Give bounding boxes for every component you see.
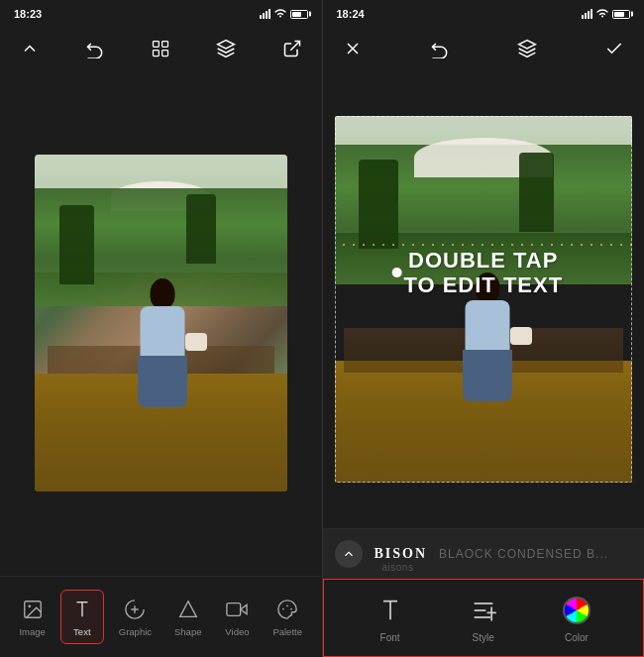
video-icon	[224, 597, 250, 622]
text-tool-font[interactable]: Font	[374, 594, 407, 643]
format-icon[interactable]	[147, 35, 174, 62]
selected-font-name[interactable]: BISON	[375, 546, 428, 562]
battery-icon-right	[612, 10, 630, 19]
tool-shape-label: Shape	[174, 626, 201, 637]
tool-shape[interactable]: Shape	[166, 591, 209, 643]
svg-point-13	[286, 604, 288, 606]
svg-rect-3	[154, 51, 160, 56]
font-icon	[374, 594, 407, 627]
wifi-icon-right	[596, 9, 608, 20]
toolbar-left	[0, 28, 322, 69]
photo-container-right: DOUBLE TAP TO EDIT TEXT	[335, 116, 632, 483]
tool-palette[interactable]: Palette	[265, 591, 310, 643]
color-wheel	[563, 597, 590, 624]
close-icon[interactable]	[339, 35, 367, 62]
style-tool-label: Style	[473, 632, 494, 643]
svg-line-5	[290, 42, 299, 51]
text-tools-row: Font Style Color	[323, 579, 645, 657]
right-panel: 18:24	[323, 0, 645, 657]
signal-bars-left	[260, 9, 270, 19]
text-overlay[interactable]: DOUBLE TAP TO EDIT TEXT	[403, 248, 563, 298]
other-font-name[interactable]: BLAOCK CONDENSED B...	[439, 547, 608, 561]
left-panel: 18:23	[0, 0, 322, 657]
text-line2: TO EDIT TEXT	[403, 273, 563, 297]
font-tool-label: Font	[380, 632, 400, 643]
svg-rect-0	[154, 42, 160, 48]
tool-image[interactable]: Image	[11, 591, 53, 643]
svg-marker-10	[241, 604, 247, 613]
bottom-panel-right: BISON BLAOCK CONDENSED B... aisons Font	[323, 528, 645, 657]
chevron-down-icon[interactable]	[16, 35, 44, 62]
svg-rect-11	[227, 603, 241, 616]
toolbar-right	[323, 28, 645, 69]
export-icon[interactable]	[278, 35, 306, 62]
tool-graphic[interactable]: Graphic	[111, 591, 160, 643]
check-icon[interactable]	[600, 35, 628, 62]
canvas-area-right: DOUBLE TAP TO EDIT TEXT	[323, 69, 645, 528]
svg-rect-2	[162, 51, 168, 56]
status-bar-right: 18:24	[323, 0, 645, 28]
undo-icon-left[interactable]	[81, 35, 109, 62]
bottom-toolbar-left: Image Text Graphic Shape Video	[0, 576, 322, 657]
tool-text[interactable]: Text	[60, 590, 104, 644]
svg-point-7	[28, 604, 31, 607]
canvas-area-left	[0, 69, 322, 576]
status-icons-right	[582, 9, 630, 20]
graphic-icon	[122, 597, 148, 622]
signal-bars-right	[582, 9, 592, 19]
tool-video-label: Video	[225, 626, 249, 637]
photo-container-left	[35, 155, 287, 492]
text-tool-color[interactable]: Color	[560, 594, 593, 643]
wifi-icon-left	[274, 9, 286, 20]
svg-marker-4	[218, 41, 235, 49]
svg-marker-17	[518, 41, 535, 49]
palette-icon	[274, 597, 300, 622]
font-preview-text: aisons	[382, 562, 414, 573]
photo-left	[35, 155, 287, 492]
chevron-up-button[interactable]	[335, 540, 363, 568]
color-icon	[560, 594, 593, 627]
layers-icon-right[interactable]	[513, 35, 541, 62]
status-bar-left: 18:23	[0, 0, 322, 28]
svg-point-14	[290, 608, 292, 610]
undo-icon-right[interactable]	[426, 35, 454, 62]
svg-rect-1	[162, 42, 168, 48]
tool-graphic-label: Graphic	[119, 626, 152, 637]
image-icon	[20, 597, 46, 622]
text-line1: DOUBLE TAP	[403, 248, 563, 273]
battery-icon-left	[290, 10, 308, 19]
svg-point-12	[282, 608, 284, 610]
style-icon	[467, 594, 500, 627]
layers-icon-left[interactable]	[212, 35, 240, 62]
tool-image-label: Image	[19, 626, 45, 637]
status-time-left: 18:23	[14, 8, 42, 20]
tool-palette-label: Palette	[272, 626, 302, 637]
text-icon	[69, 597, 95, 622]
shape-icon	[175, 597, 201, 622]
font-selector-row: BISON BLAOCK CONDENSED B... aisons	[323, 529, 645, 579]
tool-text-label: Text	[73, 626, 90, 637]
status-icons-left	[260, 9, 308, 20]
color-tool-label: Color	[565, 632, 589, 643]
status-time-right: 18:24	[337, 8, 365, 20]
photo-right	[335, 116, 632, 483]
tool-video[interactable]: Video	[216, 591, 258, 643]
dot-handle[interactable]	[391, 268, 401, 277]
person-figure-left	[123, 278, 202, 407]
text-tool-style[interactable]: Style	[467, 594, 500, 643]
